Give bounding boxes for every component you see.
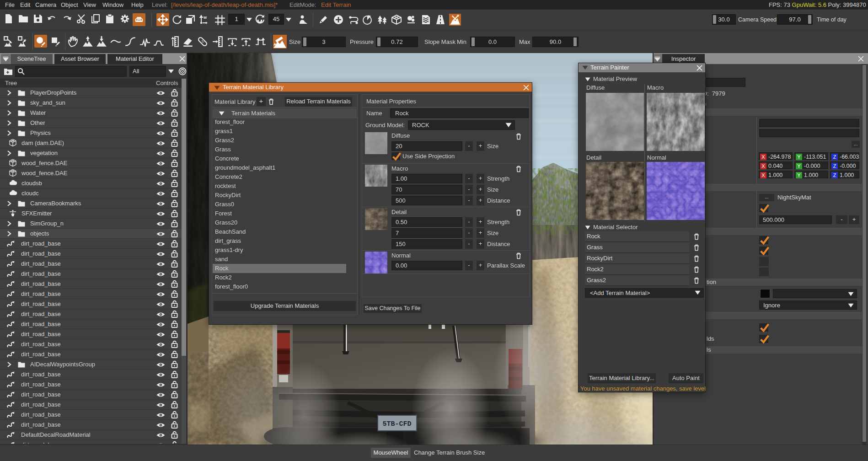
svg-text:w: w	[203, 15, 207, 20]
svg-text:5TB-CFD: 5TB-CFD	[382, 420, 411, 428]
